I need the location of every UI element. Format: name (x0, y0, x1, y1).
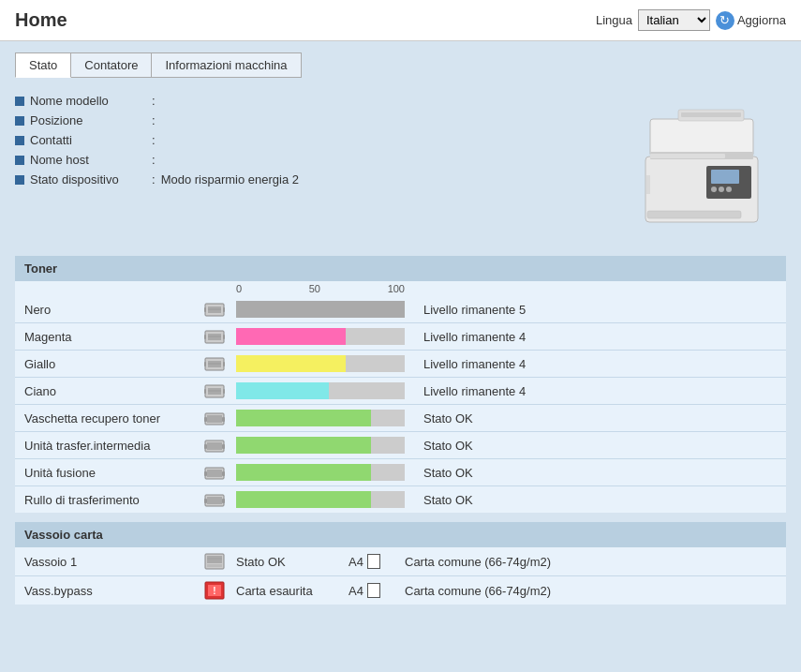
toner-bar-container (236, 491, 405, 508)
toner-name: Ciano (24, 384, 202, 398)
tab-stato[interactable]: Stato (15, 52, 71, 78)
printer-image (617, 91, 786, 241)
svg-rect-47 (207, 497, 222, 504)
info-row-nome-modello: Nome modello : (15, 91, 617, 111)
vassoio-icon: ! (202, 581, 227, 600)
toner-icon (202, 300, 227, 319)
toner-status: Livello rimanente 4 (423, 384, 611, 398)
toner-bar-bg (236, 437, 405, 454)
info-label: Nome modello (30, 94, 152, 108)
svg-point-7 (726, 187, 732, 192)
svg-rect-33 (223, 389, 225, 394)
vassoio-section: Vassoio carta Vassoio 1 Stato OK A4 Cart… (15, 522, 786, 605)
toner-bar-container (236, 382, 405, 399)
toner-icon (202, 490, 227, 509)
toner-bar-fill (236, 301, 405, 318)
toner-bar-fill (236, 355, 346, 372)
toner-bar-bg (236, 301, 405, 318)
vassoio-status: Carta esaurita (236, 584, 349, 598)
tab-contatore[interactable]: Contatore (71, 52, 152, 78)
svg-rect-28 (223, 362, 225, 366)
toner-icon (202, 409, 227, 427)
tab-informazioni-macchina[interactable]: Informazioni macchina (152, 52, 301, 78)
info-label: Nome host (30, 153, 152, 167)
info-row-nome-host: Nome host : (15, 150, 617, 170)
svg-rect-1 (650, 119, 753, 157)
info-row-contatti: Contatti : (15, 130, 617, 150)
vassoio-row: Vassoio 1 Stato OK A4 Carta comune (66-7… (15, 547, 786, 576)
vassoio-desc: Carta comune (66-74g/m2) (405, 555, 551, 569)
toner-row: Giallo Livello rimanente 4 (15, 351, 786, 378)
vassoio-icon (202, 552, 227, 571)
tab-bar: Stato Contatore Informazioni macchina (15, 52, 786, 78)
language-select[interactable]: ItalianEnglishGermanFrenchSpanish (638, 9, 710, 31)
svg-rect-32 (204, 389, 206, 394)
svg-rect-23 (223, 335, 225, 339)
language-selector-group: Lingua ItalianEnglishGermanFrenchSpanish… (596, 9, 786, 31)
toner-bar-container (236, 464, 405, 481)
info-value-stato-dispositivo: Modo risparmio energia 2 (161, 172, 299, 187)
toner-row: Vaschetta recupero toner Stato OK (15, 405, 786, 432)
svg-rect-30 (208, 388, 221, 395)
format-label: A4 (349, 584, 363, 598)
svg-rect-44 (204, 471, 207, 476)
toner-bar-fill (236, 464, 371, 481)
format-label: A4 (349, 555, 363, 569)
svg-rect-36 (204, 417, 207, 422)
toner-section-header: Toner (15, 256, 786, 281)
toner-bar-container (236, 301, 405, 318)
info-row-posizione: Posizione : (15, 111, 617, 130)
toner-bar-bg (236, 464, 405, 481)
info-label: Contatti (30, 133, 152, 147)
toner-rows: Nero Livello rimanente 5 Magenta (15, 296, 786, 513)
header: Home Lingua ItalianEnglishGermanFrenchSp… (0, 0, 801, 41)
toner-icon (202, 327, 227, 346)
toner-name: Giallo (24, 357, 202, 371)
refresh-icon: ↻ (716, 11, 734, 30)
vassoio-format: A4 (349, 583, 405, 598)
toner-name: Nero (24, 303, 202, 317)
svg-rect-9 (650, 154, 725, 158)
svg-rect-20 (208, 334, 221, 340)
toner-bar-bg (236, 328, 405, 345)
bullet-icon (15, 136, 24, 145)
toner-bar-bg (236, 382, 405, 399)
scale-max: 100 (388, 283, 405, 294)
toner-status: Stato OK (423, 466, 611, 480)
toner-status: Stato OK (423, 411, 611, 426)
vassoio-status: Stato OK (236, 555, 349, 569)
vassoio-name: Vassoio 1 (24, 555, 202, 569)
toner-bar-container (236, 410, 405, 426)
svg-point-5 (711, 187, 717, 192)
toner-bar-container (236, 328, 405, 345)
vassoio-row: Vass.bypass ! Carta esaurita A4 Carta co… (15, 576, 786, 605)
toner-row: Unità trasfer.intermedia Stato OK (15, 432, 786, 459)
vassoio-section-header: Vassoio carta (15, 522, 786, 547)
toner-row: Ciano Livello rimanente 4 (15, 378, 786, 405)
bullet-icon (15, 97, 24, 106)
svg-rect-17 (204, 307, 206, 312)
language-label: Lingua (596, 13, 632, 27)
svg-rect-4 (711, 170, 739, 184)
toner-name: Unità trasfer.intermedia (24, 439, 202, 453)
info-row-stato-dispositivo: Stato dispositivo : Modo risparmio energ… (15, 170, 617, 189)
bullet-icon (15, 116, 24, 126)
refresh-button[interactable]: ↻ Aggiorna (716, 11, 786, 30)
toner-bar-fill (236, 328, 346, 345)
toner-name: Rullo di trasferimento (24, 493, 202, 507)
svg-rect-52 (207, 564, 222, 567)
toner-bar-container (236, 355, 405, 372)
page-icon (367, 554, 380, 569)
toner-bar-bg (236, 355, 405, 372)
toner-icon (202, 436, 227, 455)
toner-icon (202, 354, 227, 373)
toner-bar-bg (236, 491, 405, 508)
toner-status: Livello rimanente 4 (423, 357, 611, 371)
toner-bar-container (236, 437, 405, 454)
svg-rect-49 (222, 499, 225, 503)
toner-section: Toner 0 50 100 Nero (15, 256, 786, 513)
toner-bar-fill (236, 410, 371, 426)
page-icon (367, 583, 380, 598)
device-info-table: Nome modello : Posizione : Contatti : No… (15, 91, 617, 241)
svg-rect-43 (207, 470, 222, 477)
